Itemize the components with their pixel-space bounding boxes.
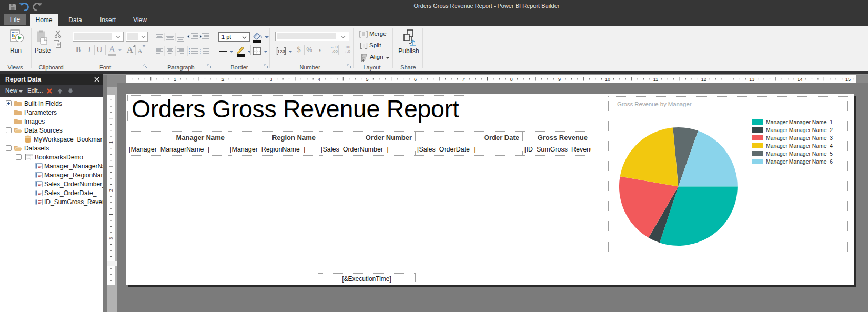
svg-text:1: 1 bbox=[108, 141, 114, 144]
svg-text:9: 9 bbox=[558, 77, 561, 82]
svg-text:11: 11 bbox=[653, 77, 658, 82]
svg-text:Manager Manager Name 4: Manager Manager Name 4 bbox=[766, 143, 833, 149]
svg-text:15: 15 bbox=[845, 77, 851, 82]
svg-text:123: 123 bbox=[277, 49, 285, 54]
svg-text:3: 3 bbox=[108, 237, 114, 240]
svg-text:Manager Manager Name 3: Manager Manager Name 3 bbox=[766, 135, 833, 141]
svg-text:14: 14 bbox=[798, 77, 803, 82]
svg-text:8: 8 bbox=[510, 77, 513, 82]
svg-text:Manager Manager Name 2: Manager Manager Name 2 bbox=[766, 127, 833, 133]
svg-text:10: 10 bbox=[605, 77, 610, 82]
svg-text:12: 12 bbox=[701, 77, 706, 82]
svg-text:Manager Manager Name 6: Manager Manager Name 6 bbox=[766, 158, 833, 165]
svg-text:1: 1 bbox=[174, 77, 176, 82]
svg-text:2: 2 bbox=[221, 77, 224, 82]
svg-text:4: 4 bbox=[318, 77, 320, 82]
svg-text:7: 7 bbox=[462, 77, 465, 82]
svg-text:6: 6 bbox=[414, 77, 417, 82]
svg-text:Manager Manager Name 1: Manager Manager Name 1 bbox=[766, 119, 833, 125]
svg-text:13: 13 bbox=[749, 77, 754, 82]
svg-text:Manager Manager Name 5: Manager Manager Name 5 bbox=[766, 150, 833, 157]
svg-text:3: 3 bbox=[270, 77, 272, 82]
svg-text:2: 2 bbox=[108, 189, 114, 192]
svg-text:5: 5 bbox=[366, 77, 368, 82]
